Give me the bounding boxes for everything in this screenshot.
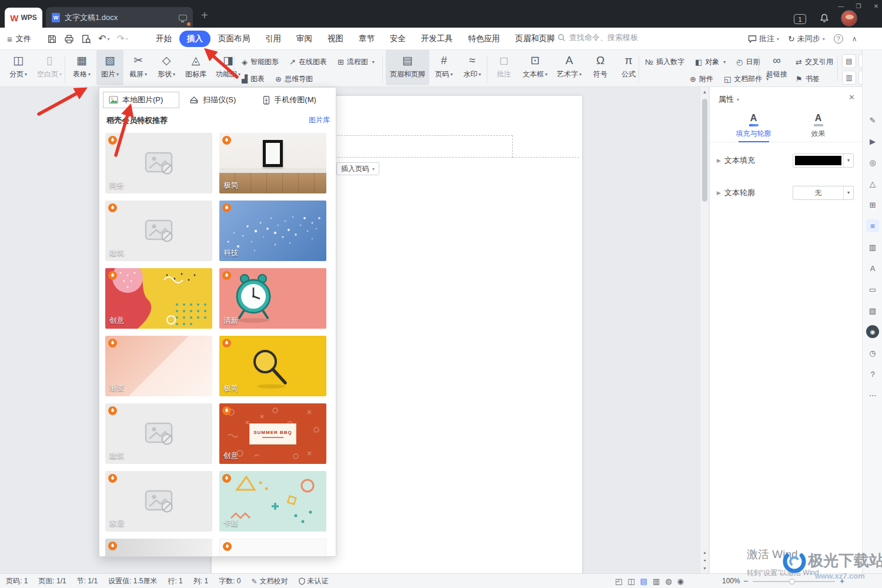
status-item[interactable]: 页码: 1: [6, 576, 28, 586]
ribbon-button[interactable]: ▟ 图表 ▾: [239, 72, 268, 86]
menu-tab[interactable]: 插入: [179, 31, 211, 47]
template-thumbnail[interactable]: 创意: [105, 268, 212, 329]
close-panel-icon[interactable]: ✕: [848, 93, 855, 102]
template-thumbnail[interactable]: 渐变: [105, 336, 212, 396]
previous-page-icon[interactable]: ▲: [700, 550, 709, 554]
user-avatar[interactable]: [841, 10, 857, 26]
color-dropdown-caret-icon[interactable]: ▾: [843, 154, 853, 167]
phone-transfer-item[interactable]: 手机传图(M): [258, 92, 322, 108]
notification-bell-icon[interactable]: [819, 13, 830, 26]
collapse-ribbon-icon[interactable]: ∧: [852, 35, 857, 43]
multi-page-view-icon[interactable]: ▥: [653, 577, 660, 586]
ribbon-button[interactable]: # 页码▾: [430, 50, 457, 85]
location-tool-icon[interactable]: ◉: [866, 325, 879, 338]
history-tool-icon[interactable]: ◷: [866, 346, 879, 359]
image-tool-icon[interactable]: ▧: [866, 304, 879, 317]
template-thumbnail[interactable]: SUMMER BBQ: [219, 403, 326, 464]
template-thumbnail[interactable]: 极简: [219, 336, 326, 396]
menu-tab[interactable]: 开发工具: [413, 31, 460, 47]
gallery-link[interactable]: 图片库: [309, 115, 330, 125]
columns-tool-icon[interactable]: ▥: [866, 240, 879, 253]
text-outline-select[interactable]: 无 ▾: [793, 186, 854, 200]
next-page-icon[interactable]: ▼: [700, 566, 709, 570]
print-icon[interactable]: [64, 34, 74, 44]
template-thumbnail[interactable]: 卡通: [219, 471, 326, 532]
translate-tool-icon[interactable]: A: [866, 262, 879, 275]
undo-button[interactable]: ↶ ▾: [98, 34, 109, 44]
comment-button[interactable]: 批注 ▾: [748, 34, 779, 44]
circles-tool-icon[interactable]: ◎: [866, 156, 879, 169]
status-item[interactable]: 页面: 1/1: [38, 576, 66, 586]
ribbon-button[interactable]: ⇄ 交叉引用 ▾: [793, 55, 836, 69]
ribbon-button[interactable]: ⊞ 流程图 ▾: [335, 55, 377, 69]
ribbon-button[interactable]: ▦ 表格▾: [68, 50, 95, 85]
fullscreen-view-icon[interactable]: ◰: [615, 577, 622, 586]
properties-panel-icon[interactable]: ≡: [866, 219, 879, 232]
new-tab-button[interactable]: +: [201, 9, 208, 21]
share-screen-icon[interactable]: [179, 15, 187, 21]
zoom-slider-knob[interactable]: [789, 579, 795, 584]
document-tab[interactable]: W 文字文稿1.docx: [46, 7, 193, 28]
scrollbar-thumb[interactable]: [702, 99, 707, 202]
menu-tab[interactable]: 页面布局: [211, 31, 258, 47]
template-thumbnail[interactable]: 建筑: [105, 201, 212, 261]
template-thumbnail[interactable]: [105, 539, 212, 557]
ribbon-button[interactable]: ⊛ 思维导图 ▾: [272, 72, 316, 86]
ribbon-button[interactable]: ↗ 在线图表 ▾: [286, 55, 330, 69]
clipboard-tool-icon[interactable]: ▭: [866, 283, 879, 296]
vertical-scrollbar[interactable]: ▲ ▲ ● ▼: [700, 87, 709, 573]
ribbon-button[interactable]: ◈ 智能图形 ▾: [239, 55, 282, 69]
expand-caret-icon[interactable]: ▶: [717, 158, 721, 163]
read-mode-icon[interactable]: ◫: [627, 577, 634, 586]
template-thumbnail[interactable]: [219, 539, 326, 557]
undo-caret-icon[interactable]: ▾: [107, 36, 109, 42]
ribbon-button[interactable]: Ω 符号▾: [587, 50, 614, 85]
menu-tab[interactable]: 页眉和页脚: [507, 31, 563, 47]
properties-caret-icon[interactable]: ▾: [737, 97, 739, 102]
ribbon-button[interactable]: ◫ 分页▾: [5, 50, 32, 85]
ribbon-button[interactable]: ◬ 图标库▾: [181, 50, 211, 85]
ribbon-button[interactable]: ▤ 页眉和页脚▾: [386, 50, 429, 85]
ribbon-button[interactable]: ⊕ 附件 ▾: [687, 72, 716, 86]
status-item[interactable]: 字数: 0: [219, 576, 240, 586]
mini-toolbar-icon-3[interactable]: ▥: [842, 71, 856, 85]
scroll-up-icon[interactable]: ▲: [700, 89, 709, 95]
status-item[interactable]: 行: 1: [168, 576, 182, 586]
zoom-slider[interactable]: [753, 581, 835, 582]
print-preview-icon[interactable]: [81, 34, 91, 44]
doc-count-badge[interactable]: 1: [794, 14, 806, 24]
table-tool-icon[interactable]: ⊞: [866, 198, 879, 211]
ribbon-button[interactable]: ▧ 图片▾: [96, 50, 123, 85]
ribbon-button[interactable]: ≈ 水印▾: [459, 50, 486, 85]
ribbon-button[interactable]: ⊡ 文本框▾: [519, 50, 552, 85]
tab-effects[interactable]: A 效果: [797, 109, 840, 142]
text-fill-color-picker[interactable]: ▾: [793, 153, 854, 168]
outline-dropdown-caret-icon[interactable]: ▾: [843, 186, 853, 199]
print-layout-icon[interactable]: ▤: [640, 577, 647, 586]
zoom-in-button[interactable]: +: [840, 574, 844, 588]
template-thumbnail[interactable]: 科技: [219, 201, 326, 261]
status-item[interactable]: 节: 1/1: [77, 576, 98, 586]
minimize-button[interactable]: —: [834, 2, 848, 11]
proofread-status[interactable]: ✎ 文档校对: [251, 576, 288, 586]
local-picture-item[interactable]: 本地图片(P): [103, 92, 179, 108]
maximize-button[interactable]: ❐: [851, 2, 866, 11]
browse-object-icon[interactable]: ●: [700, 558, 709, 562]
ribbon-button[interactable]: ▯ 空白页▾: [33, 50, 66, 85]
wps-home-button[interactable]: W WPS: [5, 8, 42, 28]
ribbon-button[interactable]: ◇ 形状▾: [153, 50, 180, 85]
scanner-item[interactable]: 扫描仪(S): [184, 92, 241, 108]
template-thumbnail[interactable]: 商务: [105, 133, 212, 193]
menu-tab[interactable]: 审阅: [289, 31, 320, 47]
help-tool-icon[interactable]: ?: [866, 368, 879, 380]
status-item[interactable]: 设置值: 1.5厘米: [108, 576, 157, 586]
close-button[interactable]: ✕: [869, 2, 882, 11]
menu-tab[interactable]: 章节: [351, 31, 382, 47]
zoom-out-button[interactable]: −: [743, 574, 748, 588]
more-tools-icon[interactable]: ⋯: [866, 389, 879, 402]
ribbon-button[interactable]: ✂ 截屏▾: [125, 50, 152, 85]
ribbon-button[interactable]: № 插入数字 ▾: [642, 55, 687, 69]
menu-tab[interactable]: 视图: [320, 31, 351, 47]
certification-status[interactable]: 未认证: [299, 576, 329, 586]
ribbon-button[interactable]: ⚑ 书签 ▾: [793, 72, 836, 86]
